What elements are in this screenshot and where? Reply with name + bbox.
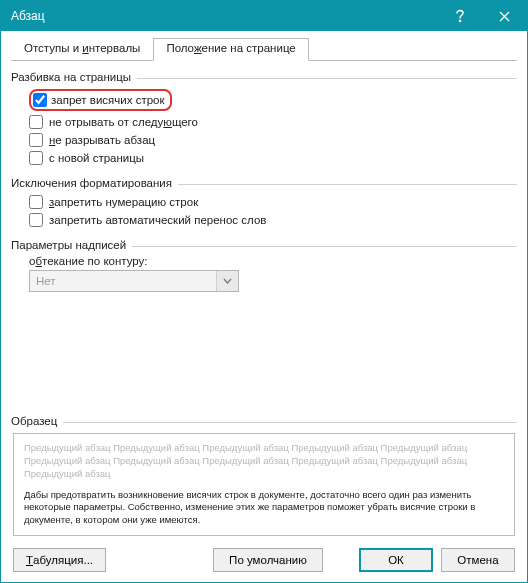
checkbox-page-break-before[interactable] (29, 151, 43, 165)
group-captions: Параметры надписей обтекание по контуру:… (11, 239, 517, 294)
label-keep-with-next: не отрывать от следующего (49, 116, 198, 128)
select-wrap-value: Нет (30, 271, 216, 291)
dialog-title: Абзац (11, 9, 437, 23)
tabstrip: Отступы и интервалы Положение на страниц… (11, 37, 517, 61)
checkbox-no-hyphenation[interactable] (29, 213, 43, 227)
checkbox-keep-lines-together[interactable] (29, 133, 43, 147)
group-exceptions: Исключения форматирования запретить нуме… (11, 177, 517, 229)
chevron-down-icon (223, 278, 232, 284)
cancel-button[interactable]: Отмена (441, 548, 515, 572)
close-icon (499, 11, 510, 22)
label-suppress-line-numbers: запретить нумерацию строк (49, 196, 198, 208)
button-row: Табуляция... По умолчанию ОК Отмена (11, 544, 517, 574)
group-exceptions-title: Исключения форматирования (11, 177, 172, 189)
dialog-paragraph: Абзац Отступы и интервалы Положение на с… (0, 0, 528, 583)
svg-point-0 (459, 20, 461, 22)
close-button[interactable] (482, 1, 527, 31)
sample-black-text: Дабы предотвратить возникновение висячих… (24, 489, 504, 527)
ok-button[interactable]: ОК (359, 548, 433, 572)
titlebar: Абзац (1, 1, 527, 31)
group-sample-title: Образец (11, 415, 57, 427)
row-widow-control: запрет висячих строк (29, 89, 517, 111)
help-icon (454, 9, 466, 23)
help-button[interactable] (437, 1, 482, 31)
select-wrap-button[interactable] (216, 271, 238, 291)
group-pagination: Разбивка на страницы запрет висячих стро… (11, 71, 517, 167)
label-keep-lines-together: не разрывать абзац (49, 134, 155, 146)
tab-pageposition[interactable]: Положение на странице (153, 38, 308, 61)
checkbox-keep-with-next[interactable] (29, 115, 43, 129)
checkbox-widow-control[interactable] (33, 93, 47, 107)
label-widow-control: запрет висячих строк (51, 94, 164, 106)
checkbox-suppress-line-numbers[interactable] (29, 195, 43, 209)
group-pagination-title: Разбивка на страницы (11, 71, 131, 83)
label-page-break-before: с новой страницы (49, 152, 144, 164)
sample-preview: Предыдущий абзац Предыдущий абзац Предыд… (13, 433, 515, 536)
label-no-hyphenation: запретить автоматический перенос слов (49, 214, 266, 226)
group-sample: Образец Предыдущий абзац Предыдущий абза… (11, 415, 517, 536)
dialog-body: Отступы и интервалы Положение на страниц… (1, 31, 527, 582)
tabs-button[interactable]: Табуляция... (13, 548, 106, 572)
group-captions-title: Параметры надписей (11, 239, 126, 251)
default-button[interactable]: По умолчанию (213, 548, 323, 572)
sample-grey-text: Предыдущий абзац Предыдущий абзац Предыд… (24, 442, 504, 480)
label-wrap: обтекание по контуру: (29, 255, 517, 267)
select-wrap[interactable]: Нет (29, 270, 239, 292)
tab-indents[interactable]: Отступы и интервалы (11, 38, 153, 61)
